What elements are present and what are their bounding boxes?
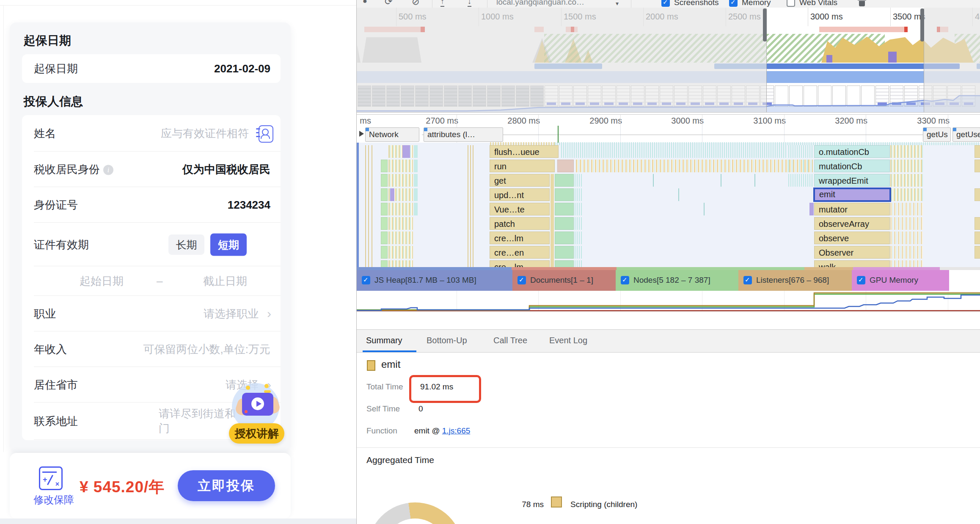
explain-video-widget[interactable]: 授权讲解 bbox=[229, 379, 288, 447]
micro-frame bbox=[555, 188, 574, 201]
gpu-memory-toggle[interactable]: GPU Memory bbox=[852, 270, 949, 291]
income-row[interactable]: 年收入 可保留两位小数,单位:万元 bbox=[22, 331, 281, 367]
id-number-row[interactable]: 身份证号 1234234 bbox=[22, 187, 281, 223]
tab-event-log[interactable]: Event Log bbox=[549, 336, 587, 345]
section-title-start-date: 起保日期 bbox=[24, 33, 71, 49]
legend-label: Scripting (children) bbox=[570, 500, 637, 509]
start-date-row[interactable]: 起保日期 2021-02-09 bbox=[22, 54, 281, 83]
memory-counters-graph bbox=[357, 291, 980, 312]
submit-insurance-button[interactable]: 立即投保 bbox=[178, 470, 275, 501]
aggregated-time-title: Aggregated Time bbox=[366, 455, 434, 465]
contact-scan-icon[interactable] bbox=[256, 125, 272, 141]
window-right-handle[interactable] bbox=[920, 8, 924, 41]
page-left-divider bbox=[3, 5, 4, 452]
income-placeholder: 可保留两位小数,单位:万元 bbox=[143, 342, 270, 357]
micro-frames bbox=[575, 174, 583, 187]
micro-frame bbox=[414, 188, 418, 201]
network-request-chip[interactable]: getUs bbox=[923, 127, 951, 142]
category-strip bbox=[617, 267, 804, 270]
video-camera-icon bbox=[242, 393, 273, 416]
documents-toggle[interactable]: Documents[1 – 1] bbox=[512, 270, 616, 291]
micro-frames bbox=[890, 217, 923, 230]
start-date-label: 起保日期 bbox=[34, 61, 78, 76]
source-link[interactable]: 1.js:665 bbox=[442, 426, 471, 435]
name-input-placeholder[interactable]: 应与有效证件相符 bbox=[161, 126, 249, 141]
explain-pill-button[interactable]: 授权讲解 bbox=[229, 423, 284, 444]
details-tab-bar: Summary Bottom-Up Call Tree Event Log bbox=[357, 329, 980, 353]
occupation-row[interactable]: 职业 请选择职业 › bbox=[22, 296, 281, 331]
micro-frame bbox=[974, 145, 980, 158]
micro-frame bbox=[555, 217, 574, 230]
micro-frames bbox=[388, 246, 413, 259]
counter-lines bbox=[357, 291, 980, 312]
category-strip bbox=[804, 267, 853, 270]
address-label: 联系地址 bbox=[34, 414, 78, 429]
micro-frame bbox=[555, 174, 574, 187]
name-row[interactable]: 姓名 应与有效证件相符 bbox=[22, 115, 281, 152]
validity-row: 证件有效期 长期 短期 bbox=[22, 223, 281, 266]
summary-pane: emit Total Time 91.02 ms Self Time 0 Fun… bbox=[357, 353, 980, 524]
end-date-placeholder[interactable]: 截止日期 bbox=[203, 274, 247, 289]
micro-frames bbox=[890, 145, 923, 158]
ruler-tick bbox=[457, 115, 457, 126]
micro-frames bbox=[575, 188, 583, 201]
clear-icon[interactable]: ⊘ bbox=[412, 0, 419, 6]
tax-residency-row[interactable]: 税收居民身份i 仅为中国税收居民 bbox=[22, 152, 281, 187]
listeners-toggle[interactable]: Listeners[676 – 968] bbox=[738, 270, 852, 291]
page-bottom-strip bbox=[0, 518, 356, 524]
network-request-chip[interactable]: attributes (l… bbox=[424, 127, 503, 142]
load-profile-icon[interactable]: ↑ bbox=[440, 0, 444, 7]
record-icon[interactable]: ● bbox=[363, 0, 367, 6]
flame-chart-pane[interactable]: ms 2700 ms 2800 ms 2900 ms 3000 ms 3100 … bbox=[357, 114, 980, 270]
save-profile-icon[interactable]: ↓ bbox=[468, 0, 471, 7]
micro-frames bbox=[575, 217, 583, 230]
legend-value: 78 ms bbox=[509, 500, 544, 509]
micro-line bbox=[678, 188, 679, 201]
micro-frame bbox=[402, 145, 410, 158]
start-date-placeholder[interactable]: 起始日期 bbox=[80, 274, 124, 289]
info-icon[interactable]: i bbox=[103, 165, 113, 175]
dates-separator: – bbox=[157, 275, 162, 288]
tax-residency-label: 税收居民身份 bbox=[34, 163, 100, 176]
micro-frames bbox=[890, 188, 923, 201]
validity-short-button[interactable]: 短期 bbox=[210, 233, 247, 256]
main-thread-flame-chart[interactable]: flush…ueue run get upd…nt Vue…te patch c… bbox=[357, 143, 980, 267]
ruler-tick bbox=[784, 115, 785, 126]
web-vitals-checkbox[interactable] bbox=[787, 0, 795, 7]
ruler-tick bbox=[866, 115, 866, 126]
window-left-handle[interactable] bbox=[763, 8, 767, 41]
micro-frame bbox=[974, 217, 980, 230]
total-time-highlight bbox=[409, 375, 481, 403]
micro-frames bbox=[890, 246, 923, 259]
self-time-label: Self Time bbox=[366, 404, 400, 414]
network-expand-arrow[interactable] bbox=[359, 131, 364, 137]
screenshots-checkbox[interactable] bbox=[661, 0, 670, 7]
section-title-applicant: 投保人信息 bbox=[24, 94, 83, 110]
micro-frames bbox=[575, 246, 583, 259]
memory-label: Memory bbox=[742, 0, 771, 7]
legend-swatch bbox=[551, 496, 562, 507]
tab-call-tree[interactable]: Call Tree bbox=[493, 336, 527, 345]
js-heap-toggle[interactable]: JS Heap[81.7 MB – 103 MB] bbox=[357, 270, 512, 291]
antenna-dot bbox=[264, 384, 269, 388]
nodes-toggle[interactable]: Nodes[5 182 – 7 387] bbox=[616, 270, 738, 291]
micro-frame bbox=[555, 232, 574, 244]
tab-summary[interactable]: Summary bbox=[366, 336, 402, 345]
reload-icon[interactable]: ⟳ bbox=[385, 0, 392, 6]
start-date-group: 起保日期 2021-02-09 bbox=[22, 54, 281, 83]
trash-icon[interactable] bbox=[859, 0, 865, 6]
occupation-placeholder: 请选择职业 bbox=[204, 306, 259, 321]
profile-select[interactable]: local.yangqianguan.co… bbox=[496, 0, 584, 7]
validity-long-button[interactable]: 长期 bbox=[168, 234, 204, 255]
modify-coverage-icon[interactable]: +× bbox=[39, 466, 63, 490]
micro-frame bbox=[974, 160, 980, 172]
micro-frames bbox=[388, 160, 413, 172]
tab-bottom-up[interactable]: Bottom-Up bbox=[427, 336, 467, 345]
modify-coverage-button[interactable]: 修改保障 bbox=[28, 493, 80, 507]
network-track-chip[interactable]: Network bbox=[365, 127, 419, 142]
page-top-divider bbox=[0, 5, 356, 6]
network-request-chip[interactable]: getUserInfo… bbox=[952, 127, 980, 142]
selected-flame-frame-emit[interactable]: emit bbox=[813, 188, 891, 202]
timeline-overview[interactable]: 500 ms 1000 ms 1500 ms 2000 ms 2500 ms 3… bbox=[357, 8, 980, 113]
memory-checkbox[interactable] bbox=[729, 0, 738, 7]
